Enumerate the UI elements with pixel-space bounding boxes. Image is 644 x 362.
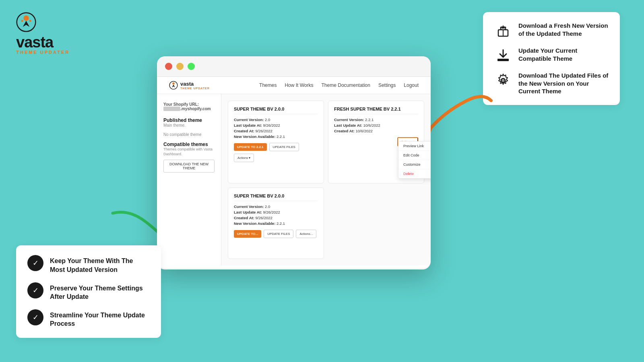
top-right-feature-card: Download a Fresh New Version of the Upda… — [483, 12, 620, 105]
theme-card-super-theme-1: SUPER THEME BV 2.0.0 Current Version: 2.… — [228, 101, 324, 183]
app-logo-icon — [169, 81, 178, 90]
checkmark-icon-3: ✓ — [27, 309, 43, 325]
nav-logout[interactable]: Logout — [404, 82, 419, 88]
checkmark-icon-1: ✓ — [27, 255, 43, 271]
browser-dot-yellow — [176, 63, 184, 70]
browser-chrome — [157, 56, 431, 77]
last-update-row-2: Last Update At: 9/26/2022 — [234, 210, 318, 214]
bl-text-keep-updated: Keep Your Theme With The Most Updated Ve… — [50, 255, 150, 274]
bottom-left-feature-card: ✓ Keep Your Theme With The Most Updated … — [16, 245, 161, 338]
update-files-button-1[interactable]: UPDATE FILES — [269, 143, 299, 151]
app-nav-subtitle: THEME UPDATER — [180, 87, 210, 90]
bl-text-preserve-settings: Preserve Your Theme Settings After Updat… — [50, 282, 150, 301]
shopify-url-domain: .myshopify.com — [180, 107, 211, 111]
actions-button-2[interactable]: Actions... — [296, 230, 316, 238]
actions-button-1[interactable]: Actions ▾ — [234, 154, 254, 162]
compatible-themes-section: Compatible themes Themes compatible with… — [163, 142, 215, 173]
download-new-theme-button[interactable]: DOWNLOAD THE NEW THEME — [163, 160, 215, 173]
last-update-row-1: Last Update At: 9/26/2022 — [234, 123, 318, 128]
bl-item-streamline: ✓ Streamline Your Theme Update Process — [27, 309, 150, 328]
browser-mockup: vasta THEME UPDATER Themes How It Works … — [157, 56, 431, 269]
checkmark-icon-2: ✓ — [27, 282, 43, 298]
svg-text:|||: ||| — [502, 78, 505, 82]
current-version-row-2: Current Version: 2.0 — [234, 204, 318, 209]
shopify-url-label: Your Shopify URL: — [163, 102, 199, 107]
nav-settings[interactable]: Settings — [378, 82, 396, 88]
gear-settings-icon: ||| — [494, 72, 512, 89]
feature-item-download-files: ||| Download The Updated Files of the Ne… — [494, 72, 609, 95]
app-content: Your Shopify URL: ●●●●●●●.myshopify.com … — [157, 94, 431, 265]
update-files-button-2[interactable]: UPDATE FILES — [264, 230, 293, 238]
theme-actions-1: UPDATE TO 2.2.1 UPDATE FILES Actions ▾ — [234, 143, 318, 162]
current-version-row-1: Current Version: 2.0 — [234, 117, 318, 122]
compatible-themes-sub: Themes compatible with Vasta Dashboard. — [163, 147, 215, 156]
feature-text-download-fresh: Download a Fresh New Version of the Upda… — [518, 22, 609, 37]
feature-text-download-files: Download The Updated Files of the New Ve… — [518, 72, 609, 95]
browser-dot-green — [188, 63, 195, 70]
current-version-row-fresh: Current Version: 2.2.1 — [334, 117, 418, 122]
dropdown-delete[interactable]: Delete — [398, 169, 431, 178]
logo-area: vasta THEME UPDATER — [16, 12, 70, 55]
update-button-1[interactable]: UPDATE TO 2.2.1 — [234, 143, 267, 151]
app-sidebar: Your Shopify URL: ●●●●●●●.myshopify.com … — [157, 94, 221, 265]
bl-text-streamline: Streamline Your Theme Update Process — [50, 309, 150, 328]
svg-point-12 — [172, 82, 175, 85]
feature-item-update-current: Update Your Current Compatible Theme — [494, 47, 609, 64]
bl-item-keep-updated: ✓ Keep Your Theme With The Most Updated … — [27, 255, 150, 274]
themes-grid: SUPER THEME BV 2.0.0 Current Version: 2.… — [221, 94, 431, 265]
last-update-row-fresh: Last Update At: 10/6/2022 — [334, 123, 418, 128]
nav-themes[interactable]: Themes — [259, 82, 277, 88]
created-row-fresh: Created At: 10/6/2022 — [334, 129, 418, 133]
compatible-themes-title: Compatible themes — [163, 142, 215, 147]
svg-point-2 — [21, 20, 23, 22]
svg-rect-6 — [497, 59, 509, 61]
vasta-logo-icon — [16, 12, 36, 32]
new-version-row-1: New Version Available: 2.2.1 — [234, 134, 318, 139]
svg-point-1 — [23, 15, 29, 21]
svg-point-3 — [29, 20, 31, 22]
browser-dot-red — [165, 63, 172, 70]
update-button-2[interactable]: UPDATE TO... — [234, 230, 261, 238]
new-version-row-2: New Version Available: 2.2.1 — [234, 221, 318, 226]
box-star-icon — [494, 22, 512, 39]
nav-how-it-works[interactable]: How It Works — [285, 82, 313, 88]
dropdown-preview-link[interactable]: Preview Link — [398, 142, 431, 151]
dropdown-customize[interactable]: Customize — [398, 160, 431, 169]
bl-item-preserve-settings: ✓ Preserve Your Theme Settings After Upd… — [27, 282, 150, 301]
logo-subtitle: THEME UPDATER — [16, 50, 70, 55]
logo-brand-text: vasta — [16, 35, 53, 50]
dropdown-edit-code[interactable]: Edit Code — [398, 151, 431, 160]
theme-card-title-1: SUPER THEME BV 2.0.0 — [234, 107, 318, 114]
theme-card-super-theme-2: SUPER THEME BV 2.0.0 Current Version: 2.… — [228, 187, 324, 259]
feature-item-download-fresh: Download a Fresh New Version of the Upda… — [494, 22, 609, 39]
nav-links: Themes How It Works Theme Documentation … — [259, 82, 419, 88]
theme-actions-2: UPDATE TO... UPDATE FILES Actions... — [234, 230, 318, 238]
theme-card-title-2: SUPER THEME BV 2.0.0 — [234, 193, 318, 201]
theme-card-title-fresh: FRESH SUPER THEME BV 2.2.1 — [334, 107, 418, 114]
published-theme-section: Published theme Main theme. — [163, 117, 215, 128]
download-tray-icon — [494, 47, 512, 64]
app-nav-logo: vasta — [180, 81, 210, 87]
app-navbar: vasta THEME UPDATER Themes How It Works … — [157, 77, 431, 94]
feature-text-update-current: Update Your Current Compatible Theme — [518, 47, 609, 62]
theme-card-fresh-super: FRESH SUPER THEME BV 2.2.1 Current Versi… — [328, 101, 424, 183]
browser-body: vasta THEME UPDATER Themes How It Works … — [157, 77, 431, 268]
theme-actions-fresh: Actions ▾ Preview Link Edit Code Customi… — [334, 137, 418, 146]
shopify-url-value: ●●●●●●● — [163, 107, 180, 111]
published-theme-title: Published theme — [163, 117, 215, 123]
no-compatible-text: No compatible theme — [163, 132, 215, 137]
nav-theme-documentation[interactable]: Theme Documentation — [322, 82, 370, 88]
created-row-2: Created At: 9/26/2022 — [234, 216, 318, 220]
actions-dropdown-menu: Preview Link Edit Code Customize Delete — [398, 141, 431, 179]
created-row-1: Created At: 9/26/2022 — [234, 129, 318, 133]
shopify-url-section: Your Shopify URL: ●●●●●●●.myshopify.com — [163, 102, 215, 111]
published-theme-sub: Main theme. — [163, 123, 215, 128]
